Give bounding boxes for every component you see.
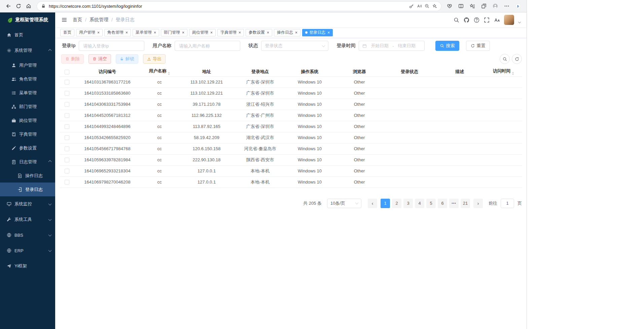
column-header[interactable]: 地址 bbox=[178, 67, 235, 76]
github-icon[interactable] bbox=[464, 17, 469, 23]
browser-refresh-button[interactable] bbox=[13, 1, 24, 11]
sidebar-item-dept-management[interactable]: 部门管理 bbox=[0, 100, 55, 113]
ip-input[interactable] bbox=[79, 41, 144, 51]
help-icon[interactable] bbox=[474, 17, 479, 23]
tab-home[interactable]: 首页 bbox=[60, 29, 74, 36]
sidebar-item-yi-framework[interactable]: Yi框架 bbox=[0, 258, 55, 274]
tab-dept-management[interactable]: 部门管理× bbox=[161, 29, 187, 36]
copilot-button[interactable]: b bbox=[513, 1, 523, 11]
address-bar[interactable]: https://ccnetcore.com:1101/system/log/lo… bbox=[37, 2, 441, 11]
sort-icon[interactable]: ▲▼ bbox=[168, 71, 170, 75]
tab-close-icon[interactable]: × bbox=[154, 31, 156, 35]
status-select[interactable]: 登录状态 bbox=[261, 41, 328, 51]
hamburger-icon[interactable] bbox=[61, 17, 67, 23]
export-button[interactable]: 导出 bbox=[143, 54, 166, 64]
tab-close-icon[interactable]: × bbox=[210, 31, 213, 35]
sidebar-item-login-log[interactable]: 登录日志 bbox=[0, 183, 55, 196]
sidebar-item-erp[interactable]: ERP bbox=[0, 243, 55, 258]
page-button-4[interactable]: 4 bbox=[415, 199, 424, 208]
breadcrumb-item[interactable]: 首页 bbox=[73, 17, 82, 23]
row-checkbox[interactable] bbox=[65, 135, 69, 140]
row-checkbox[interactable] bbox=[65, 113, 69, 118]
table-row[interactable]: 1641031533185863680cc113.102.129.221广东省-… bbox=[60, 88, 522, 99]
column-header[interactable]: 登录状态 bbox=[385, 67, 434, 76]
page-button-2[interactable]: 2 bbox=[392, 199, 401, 208]
sidebar-item-home[interactable]: 首页 bbox=[0, 27, 55, 43]
table-row[interactable]: 1641053426655825920cc58.19.42.209湖北省-武汉市… bbox=[60, 132, 522, 143]
textsize-icon[interactable] bbox=[494, 17, 500, 23]
sidebar-item-system-monitor[interactable]: 系统监控 bbox=[0, 196, 55, 212]
tab-close-icon[interactable]: × bbox=[295, 31, 297, 35]
column-header[interactable]: 访问时间▲▼ bbox=[485, 67, 522, 76]
tab-post-management[interactable]: 岗位管理× bbox=[189, 29, 216, 36]
header-search-icon[interactable] bbox=[454, 17, 459, 23]
column-header[interactable]: 用户名称▲▼ bbox=[141, 67, 178, 76]
column-header[interactable]: 描述 bbox=[434, 67, 485, 76]
page-size-select[interactable]: 10条/页 bbox=[327, 199, 361, 208]
sidebar-item-system-tools[interactable]: 系统工具 bbox=[0, 212, 55, 227]
table-row[interactable]: 1641069652933218304cc127.0.0.1本地-本机Windo… bbox=[60, 165, 522, 176]
row-checkbox[interactable] bbox=[65, 124, 69, 129]
favorites-button[interactable] bbox=[467, 1, 477, 11]
breadcrumb-item[interactable]: 系统管理 bbox=[90, 17, 108, 23]
tab-close-icon[interactable]: × bbox=[327, 31, 330, 35]
browser-profile-button[interactable] bbox=[490, 1, 500, 11]
tab-operation-log[interactable]: 操作日志× bbox=[274, 29, 300, 36]
table-row[interactable]: 1641043063331753984cc39.171.210.78浙江省-绍兴… bbox=[60, 99, 522, 110]
select-all-checkbox[interactable] bbox=[65, 70, 69, 74]
row-checkbox[interactable] bbox=[65, 80, 69, 85]
reset-button[interactable]: 重置 bbox=[466, 41, 490, 51]
browser-home-button[interactable] bbox=[24, 1, 34, 11]
tab-menu-management[interactable]: 菜单管理× bbox=[133, 29, 159, 36]
column-header[interactable]: 登录地点 bbox=[235, 67, 285, 76]
read-aloud-icon[interactable] bbox=[417, 4, 422, 8]
zoom-icon[interactable] bbox=[425, 4, 429, 8]
unlock-button[interactable]: 解锁 bbox=[116, 54, 138, 64]
table-row[interactable]: 1641054566717984768cc120.6.150.158河北省-秦皇… bbox=[60, 143, 522, 154]
column-header[interactable]: 浏览器 bbox=[334, 67, 385, 76]
column-header[interactable]: 操作系统 bbox=[285, 67, 334, 76]
prev-page-button[interactable]: ‹ bbox=[368, 199, 377, 208]
sidebar-item-dict-management[interactable]: 字典管理 bbox=[0, 127, 55, 141]
row-checkbox[interactable] bbox=[65, 102, 69, 107]
page-button-6[interactable]: 6 bbox=[438, 199, 447, 208]
row-checkbox[interactable] bbox=[65, 180, 69, 185]
sort-icon[interactable]: ▲▼ bbox=[512, 71, 514, 75]
search-button[interactable]: 搜索 bbox=[435, 41, 459, 51]
table-row[interactable]: 1641069798270046208cc127.0.0.1本地-本机Windo… bbox=[60, 176, 522, 188]
browser-settings-button[interactable] bbox=[502, 1, 512, 11]
caret-down-icon[interactable] bbox=[518, 21, 521, 23]
tab-param-settings[interactable]: 参数设置× bbox=[246, 29, 272, 36]
next-page-button[interactable]: › bbox=[473, 199, 483, 208]
row-checkbox[interactable] bbox=[65, 91, 69, 96]
table-row[interactable]: 1641044993248464896cc113.87.92.165广东省-深圳… bbox=[60, 121, 522, 132]
table-row[interactable]: 1641044520567181312cc112.96.225.132广东省-广… bbox=[60, 110, 522, 121]
page-button-3[interactable]: 3 bbox=[403, 199, 413, 208]
column-header[interactable]: 访问编号 bbox=[74, 67, 141, 76]
tab-user-management[interactable]: 用户管理× bbox=[76, 29, 103, 36]
delete-button[interactable]: 删除 bbox=[61, 54, 84, 64]
password-key-icon[interactable] bbox=[409, 4, 414, 8]
page-button-1[interactable]: 1 bbox=[381, 199, 390, 208]
table-row[interactable]: 1641059633978281984cc222.90.130.18陕西省-西安… bbox=[60, 154, 522, 165]
pagination-ellipsis[interactable]: ••• bbox=[449, 199, 459, 208]
url-text[interactable]: https://ccnetcore.com:1101/system/log/lo… bbox=[49, 4, 406, 9]
toggle-search-button[interactable] bbox=[500, 54, 510, 64]
clear-button[interactable]: 清空 bbox=[88, 54, 111, 64]
sidebar-item-user-management[interactable]: 用户管理 bbox=[0, 58, 55, 72]
username-input[interactable] bbox=[175, 41, 240, 51]
browser-essentials-button[interactable] bbox=[444, 1, 455, 11]
sidebar-item-log-management[interactable]: 日志管理 bbox=[0, 155, 55, 169]
sidebar-item-system-management[interactable]: 系统管理 bbox=[0, 43, 55, 58]
tab-close-icon[interactable]: × bbox=[267, 31, 269, 35]
sidebar-item-operation-log[interactable]: 操作日志 bbox=[0, 169, 55, 183]
browser-back-button[interactable] bbox=[3, 1, 13, 11]
tab-close-icon[interactable]: × bbox=[182, 31, 184, 35]
sidebar-item-role-management[interactable]: 角色管理 bbox=[0, 72, 55, 86]
split-screen-button[interactable] bbox=[456, 1, 466, 11]
app-logo[interactable]: 意框架管理系统 bbox=[0, 12, 55, 27]
goto-page-input[interactable] bbox=[501, 199, 514, 208]
row-checkbox[interactable] bbox=[65, 169, 69, 173]
collections-button[interactable] bbox=[479, 1, 489, 11]
tab-dict-management[interactable]: 字典管理× bbox=[217, 29, 244, 36]
